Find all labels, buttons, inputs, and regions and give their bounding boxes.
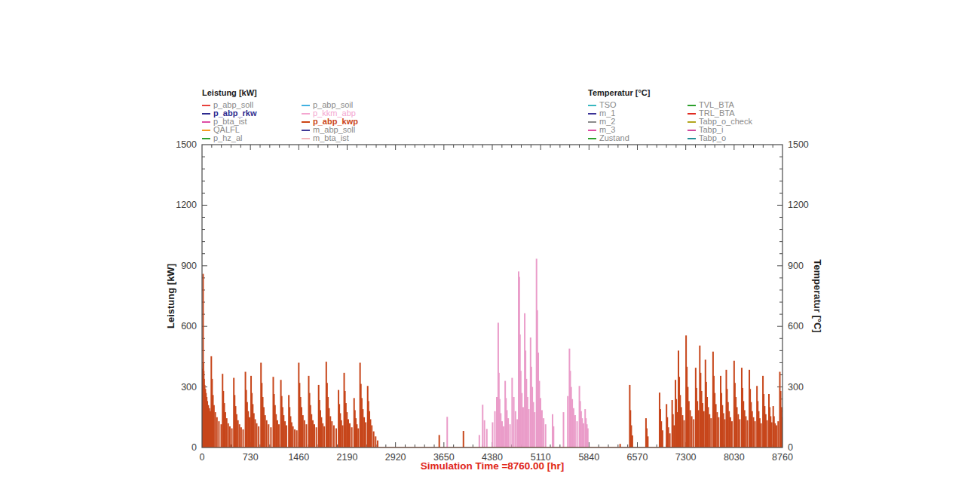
x-tick-label: 1460: [288, 452, 309, 463]
left-y-tick-label: 300: [181, 382, 197, 393]
x-tick-label: 5840: [578, 452, 599, 463]
x-tick-label: 730: [243, 452, 259, 463]
x-tick-label: 8030: [724, 452, 745, 463]
x-tick-label: 2190: [337, 452, 358, 463]
left-y-tick-label: 1500: [176, 139, 197, 150]
x-tick-label: 7300: [675, 452, 697, 463]
right-y-tick-label: 1200: [788, 200, 809, 210]
left-axis-title: Leistung [kW]: [165, 264, 176, 328]
x-tick-label: 0: [200, 452, 205, 463]
x-tick-label: 2920: [385, 452, 406, 463]
left-y-tick-label: 600: [181, 321, 197, 331]
chart-canvas: 0030030060060090090012001200150015000730…: [0, 0, 980, 501]
x-axis-title: Simulation Time =8760.00 [hr]: [421, 460, 565, 472]
right-y-tick-label: 0: [788, 442, 793, 453]
x-tick-label: 6570: [627, 452, 648, 463]
right-y-tick-label: 600: [788, 321, 804, 331]
left-y-tick-label: 900: [181, 261, 197, 271]
left-y-tick-label: 0: [191, 442, 197, 453]
right-y-tick-label: 300: [788, 382, 804, 393]
series-group: [202, 258, 782, 448]
left-y-tick-label: 1200: [176, 200, 197, 210]
simulation-plot-window: Leistung [kW] p_abp_sollp_abp_rkwp_bta_i…: [0, 0, 980, 501]
right-axis-title: Temperatur [°C]: [812, 259, 823, 332]
x-tick-label: 8760: [772, 452, 793, 463]
right-y-tick-label: 900: [788, 261, 804, 271]
right-y-tick-label: 1500: [788, 139, 809, 150]
